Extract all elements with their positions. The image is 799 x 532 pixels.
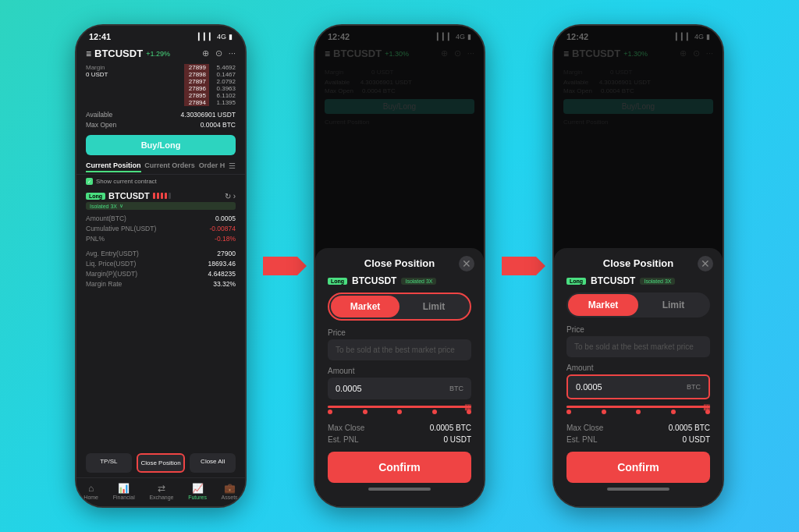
modal-pos-badge-3: Long <box>566 278 586 285</box>
tab-current-position-1[interactable]: Current Position <box>86 161 141 172</box>
tab-current-orders-1[interactable]: Current Orders <box>144 161 195 172</box>
slider-track-3[interactable]: ▦ <box>566 406 710 408</box>
tp-sl-button-1[interactable]: TP/SL <box>86 453 132 473</box>
buy-long-button-1[interactable]: Buy/Long <box>86 135 236 155</box>
liq-row-1: Liq. Price(USDT) 18693.46 <box>76 258 245 268</box>
slider-dots-2 <box>328 410 471 414</box>
link-icon-1[interactable]: ⊙ <box>215 48 222 59</box>
show-contract-checkbox-1[interactable]: ✓ <box>86 178 93 185</box>
order-book-area-1: Margin 0 USDT 27899 5.4692 27898 0.1467 … <box>76 62 245 108</box>
seg-control-2: Market Limit <box>328 293 471 321</box>
red-arrow-1 <box>263 257 297 275</box>
exchange-label-1: Exchange <box>149 495 173 500</box>
max-open-label-1: Max Open <box>86 121 116 129</box>
pnl-pct-label-1: PNL% <box>86 235 105 243</box>
margin-p-value-1: 4.648235 <box>208 270 236 278</box>
modal-sheet-3: Close Position ✕ Long BTCUSDT Isolated 3… <box>554 248 723 506</box>
modal-title-3: Close Position <box>603 257 673 269</box>
bottom-nav-1: ⌂ Home 📊 Financial ⇄ Exchange 📈 Futures … <box>76 477 245 506</box>
amount-row-1: Amount(BTC) 0.0005 <box>76 213 245 223</box>
ob-qty-3: 2.0792 <box>212 78 236 85</box>
slider-dot-1-2 <box>328 410 332 414</box>
max-close-value-3: 0.0005 BTC <box>669 424 710 432</box>
nav-home-1[interactable]: ⌂ Home <box>83 483 98 500</box>
margin-rate-row-1: Margin Rate 33.32% <box>76 278 245 289</box>
nav-futures-1[interactable]: 📈 Futures <box>188 483 207 500</box>
position-tag-1[interactable]: Isolated 3X ∨ <box>86 202 236 210</box>
add-icon-1[interactable]: ⊕ <box>202 48 209 59</box>
margin-info-1: Margin 0 USDT <box>86 64 178 106</box>
phone-3: 12:42 ▎▎▎ 4G ▮ ≡ BTCUSDT +1.30% ⊕ ⊙ ··· <box>552 24 724 508</box>
show-contract-label-1: Show current contract <box>96 178 157 185</box>
modal-close-3[interactable]: ✕ <box>698 256 713 271</box>
phone-2: 12:42 ▎▎▎ 4G ▮ ≡ BTCUSDT +1.30% ⊕ ⊙ ··· <box>314 24 485 508</box>
home-label-1: Home <box>83 495 98 500</box>
ob-price-6: 27894 <box>184 99 209 106</box>
assets-icon-1: 💼 <box>224 483 236 494</box>
tabs-row-1: Current Position Current Orders Order H … <box>76 158 245 175</box>
amount-input-2[interactable]: 0.0005 BTC <box>328 378 471 399</box>
ob-price-1: 27899 <box>184 64 209 71</box>
slider-dot-3-2 <box>397 410 402 414</box>
modal-header-2: Close Position ✕ <box>315 248 484 275</box>
slider-dots-3 <box>566 410 710 414</box>
nav-financial-1[interactable]: 📊 Financial <box>113 483 135 500</box>
modal-position-badge-2: Long BTCUSDT Isolated 3X <box>315 275 484 293</box>
status-bar-1: 12:41 ▎▎▎ 4G ▮ <box>76 26 245 44</box>
ob-qty-6: 1.1395 <box>212 99 236 106</box>
price-label-2: Price <box>315 328 484 339</box>
amount-label-1: Amount(BTC) <box>86 215 126 222</box>
menu-icon-1[interactable]: ≡ <box>86 48 91 59</box>
max-close-value-2: 0.0005 BTC <box>430 424 471 432</box>
tab-order-history-1[interactable]: Order H <box>199 161 225 172</box>
bar-4 <box>165 193 167 199</box>
price-placeholder-2: To be sold at the best market price <box>336 346 455 354</box>
pos-tag-text-1: Isolated 3X <box>90 204 117 209</box>
pnl-row-1: Cumulative PNL(USDT) -0.00874 <box>76 223 245 233</box>
seg-market-3[interactable]: Market <box>568 294 638 316</box>
phone-3-screen: 12:42 ▎▎▎ 4G ▮ ≡ BTCUSDT +1.30% ⊕ ⊙ ··· <box>554 26 723 506</box>
slider-row-2: ▦ <box>315 403 484 417</box>
pnl-value-1: -0.00874 <box>209 225 236 232</box>
liq-label-1: Liq. Price(USDT) <box>86 260 136 268</box>
slider-end-icon-2: ▦ <box>464 403 471 411</box>
margin-rate-label-1: Margin Rate <box>86 280 122 288</box>
ob-qty-5: 6.1102 <box>212 92 236 99</box>
pos-tag-chevron-1: ∨ <box>119 203 123 209</box>
slider-track-2[interactable]: ▦ <box>328 406 471 408</box>
futures-icon-1: 📈 <box>192 483 204 494</box>
slider-dot-1-3 <box>566 410 571 414</box>
amount-label-2: Amount <box>315 367 484 378</box>
network-1: 4G <box>217 33 226 41</box>
modal-pos-badge-2: Long <box>328 278 347 285</box>
est-pnl-row-2: Est. PNL 0 USDT <box>315 434 484 445</box>
arrow-2 <box>499 257 538 275</box>
pnl-pct-value-1: -0.18% <box>215 235 236 243</box>
confirm-button-2[interactable]: Confirm <box>328 452 471 483</box>
tab-menu-icon-1[interactable]: ☰ <box>229 161 236 172</box>
close-all-button-1[interactable]: Close All <box>190 453 236 473</box>
position-section-1: ✓ Show current contract Long BTCUSDT ↻ › <box>76 175 245 477</box>
nav-assets-1[interactable]: 💼 Assets <box>222 483 238 500</box>
amount-unit-2: BTC <box>449 385 463 392</box>
ob-row-1: 27899 5.4692 <box>184 64 236 71</box>
ob-qty-2: 0.1467 <box>212 71 236 78</box>
more-icon-1[interactable]: ··· <box>229 48 236 59</box>
close-position-button-1[interactable]: Close Position <box>137 453 186 473</box>
available-value-1: 4.30306901 USDT <box>181 111 236 119</box>
exchange-icon-1: ⇄ <box>158 483 165 494</box>
seg-limit-2[interactable]: Limit <box>400 296 468 317</box>
modal-pos-tag-3: Isolated 3X <box>640 278 675 285</box>
confirm-button-3[interactable]: Confirm <box>566 452 710 483</box>
price-input-3[interactable]: To be sold at the best market price <box>566 336 710 357</box>
slider-dot-2-3 <box>602 410 606 414</box>
nav-exchange-1[interactable]: ⇄ Exchange <box>149 483 173 500</box>
header-left-1: ≡ BTCUSDT +1.29% <box>86 48 170 59</box>
position-controls-1[interactable]: ↻ › <box>225 192 236 200</box>
modal-close-2[interactable]: ✕ <box>459 256 474 271</box>
price-input-2[interactable]: To be sold at the best market price <box>328 339 471 360</box>
seg-limit-3[interactable]: Limit <box>638 294 708 316</box>
modal-pos-title-3: BTCUSDT <box>591 275 635 286</box>
seg-market-2[interactable]: Market <box>331 296 400 317</box>
amount-input-3[interactable]: 0.0005 BTC <box>566 374 710 399</box>
